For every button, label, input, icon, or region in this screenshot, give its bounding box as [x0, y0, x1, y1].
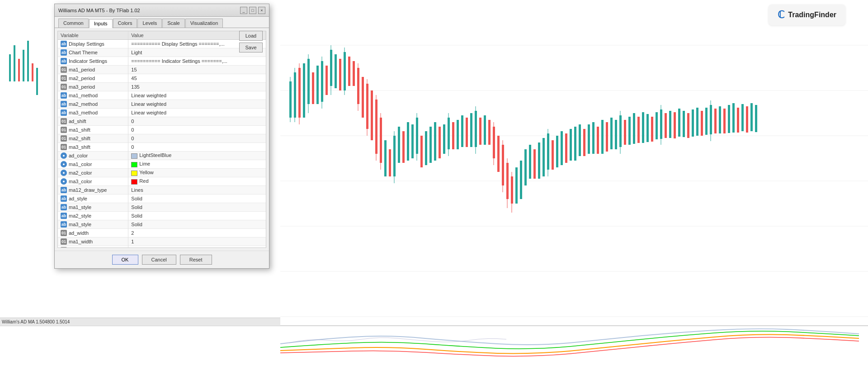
row-value[interactable]: ========== Indicator Settings =======,..…: [128, 57, 266, 66]
row-value[interactable]: 0: [128, 117, 266, 126]
table-row[interactable]: 01ma2_shift0: [58, 134, 266, 143]
logo-text: TradingFinder: [788, 11, 836, 19]
load-button[interactable]: Load: [239, 31, 263, 41]
table-row[interactable]: abma3_styleSolid: [58, 220, 266, 229]
svg-rect-117: [651, 117, 653, 142]
row-value[interactable]: Solid: [128, 220, 266, 229]
table-row[interactable]: ●ma1_colorLime: [58, 160, 266, 169]
svg-rect-87: [524, 149, 527, 185]
row-icon: 01: [61, 127, 67, 133]
row-icon: ab: [61, 195, 67, 202]
table-row[interactable]: ●ma2_colorYellow: [58, 169, 266, 177]
row-value[interactable]: Linear weighted: [128, 100, 266, 109]
cancel-button[interactable]: Cancel: [142, 255, 176, 265]
svg-rect-127: [692, 109, 694, 137]
svg-rect-86: [520, 161, 522, 199]
svg-rect-90: [538, 142, 540, 179]
table-row[interactable]: 01ma1_width1: [58, 238, 266, 246]
row-variable-name: ma1_shift: [69, 127, 90, 133]
tab-visualization[interactable]: Visualization: [185, 19, 223, 28]
row-icon: ab: [61, 187, 67, 193]
table-row[interactable]: ●ad_colorLightSteelBlue: [58, 152, 266, 160]
row-value[interactable]: LightSteelBlue: [128, 152, 266, 160]
svg-rect-40: [362, 77, 364, 118]
svg-rect-48: [384, 140, 387, 176]
table-row[interactable]: 01ad_width2: [58, 229, 266, 238]
table-row[interactable]: abad_styleSolid: [58, 195, 266, 203]
row-value[interactable]: Red: [128, 177, 266, 186]
svg-rect-88: [529, 145, 531, 179]
tab-scale[interactable]: Scale: [162, 19, 185, 28]
svg-rect-106: [606, 122, 608, 152]
tab-levels[interactable]: Levels: [137, 19, 162, 28]
row-icon: 01: [61, 75, 67, 81]
svg-rect-142: [755, 105, 757, 132]
row-variable-name: ma3_color: [69, 179, 92, 184]
table-row[interactable]: abma2_methodLinear weighted: [58, 100, 266, 109]
minimize-button[interactable]: _: [240, 7, 247, 14]
ok-button[interactable]: OK: [112, 255, 138, 265]
row-value[interactable]: Yellow: [128, 169, 266, 177]
svg-rect-115: [642, 112, 644, 143]
table-area: Variable Value abDisplay Settings=======…: [57, 31, 266, 248]
svg-rect-107: [610, 118, 613, 149]
maximize-button[interactable]: □: [249, 7, 256, 14]
row-value[interactable]: 1: [128, 238, 266, 246]
svg-rect-75: [488, 120, 491, 145]
table-row[interactable]: abDisplay Settings========== Display Set…: [58, 40, 266, 48]
close-button[interactable]: ×: [258, 7, 265, 14]
row-icon: 01: [61, 144, 67, 150]
table-row[interactable]: abma2_styleSolid: [58, 212, 266, 220]
row-value[interactable]: 2: [128, 246, 266, 248]
side-buttons: Load Save: [239, 31, 263, 52]
save-button[interactable]: Save: [239, 43, 263, 52]
svg-rect-89: [533, 149, 536, 179]
row-variable-name: ad_shift: [69, 119, 86, 124]
table-row[interactable]: abma3_methodLinear weighted: [58, 109, 266, 117]
row-variable-name: ma1_period: [69, 67, 95, 72]
row-value[interactable]: Lines: [128, 186, 266, 195]
table-row[interactable]: 01ma3_period135: [58, 83, 266, 91]
row-value[interactable]: 0: [128, 134, 266, 143]
row-value[interactable]: 45: [128, 74, 266, 83]
row-value[interactable]: Linear weighted: [128, 109, 266, 117]
row-value[interactable]: 135: [128, 83, 266, 91]
row-value[interactable]: Solid: [128, 212, 266, 220]
table-row[interactable]: abIndicator Settings========== Indicator…: [58, 57, 266, 66]
table-row[interactable]: ●ma3_colorRed: [58, 177, 266, 186]
table-row[interactable]: abChart ThemeLight: [58, 48, 266, 57]
variables-table: Variable Value abDisplay Settings=======…: [58, 31, 266, 248]
svg-rect-52: [398, 127, 400, 163]
svg-rect-32: [335, 54, 337, 88]
reset-button[interactable]: Reset: [180, 255, 212, 265]
row-value[interactable]: 15: [128, 66, 266, 74]
row-variable-name: ma2_style: [69, 213, 91, 218]
tab-common[interactable]: Common: [58, 19, 89, 28]
table-row[interactable]: abma12_draw_typeLines: [58, 186, 266, 195]
row-value[interactable]: Solid: [128, 195, 266, 203]
svg-rect-123: [674, 112, 676, 138]
row-value[interactable]: Linear weighted: [128, 91, 266, 100]
row-value[interactable]: 0: [128, 126, 266, 134]
table-header-row: Variable Value: [58, 31, 266, 40]
svg-rect-141: [750, 103, 753, 131]
table-row[interactable]: 01ma3_shift0: [58, 143, 266, 152]
table-row[interactable]: 01ma1_period15: [58, 66, 266, 74]
row-value[interactable]: Solid: [128, 203, 266, 212]
table-row[interactable]: 01ma1_shift0: [58, 126, 266, 134]
table-row[interactable]: 01ma2_period45: [58, 74, 266, 83]
table-row[interactable]: abma1_methodLinear weighted: [58, 91, 266, 100]
variables-table-container: Variable Value abDisplay Settings=======…: [57, 31, 266, 248]
tab-inputs[interactable]: Inputs: [89, 19, 113, 28]
row-variable-name: ma2_period: [69, 76, 95, 81]
table-row[interactable]: 01ad_shift0: [58, 117, 266, 126]
row-value[interactable]: Lime: [128, 160, 266, 169]
svg-rect-66: [452, 122, 454, 149]
tab-colors[interactable]: Colors: [113, 19, 137, 28]
status-bar: William's AD MA 1.504800 1.5014: [0, 318, 280, 326]
svg-rect-12: [23, 50, 24, 81]
table-row[interactable]: abma1_styleSolid: [58, 203, 266, 212]
table-row[interactable]: 01ma2_width2: [58, 246, 266, 248]
row-value[interactable]: 0: [128, 143, 266, 152]
row-value[interactable]: 2: [128, 229, 266, 238]
